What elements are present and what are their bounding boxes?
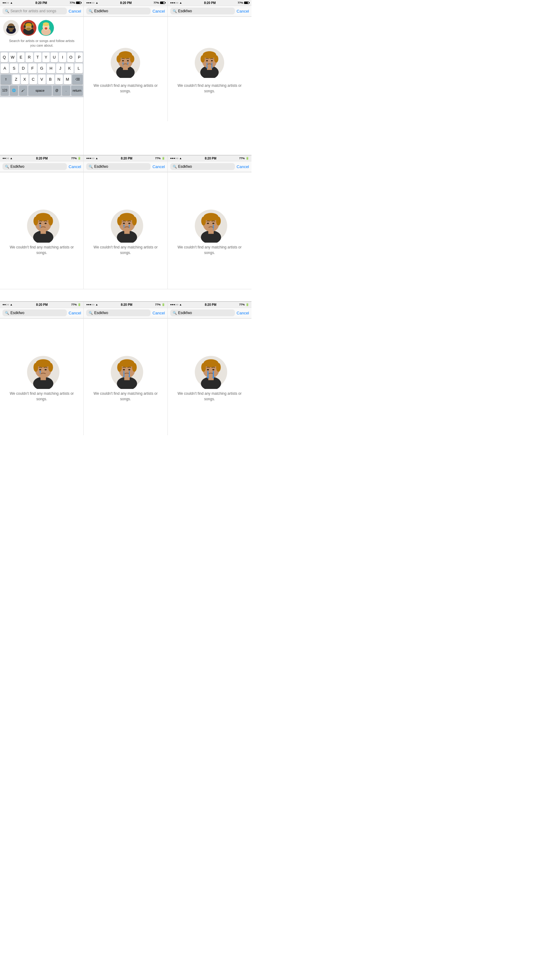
svg-point-42: [200, 55, 205, 62]
kb-key-f[interactable]: F: [28, 64, 37, 73]
time-display3: 8:20 PM: [204, 1, 216, 5]
search-bar-filled-3[interactable]: 🔍 Esdkfwo Cancel: [168, 6, 251, 17]
kb-key-y[interactable]: Y: [42, 52, 50, 62]
kb-key-space[interactable]: space: [28, 86, 52, 95]
svg-point-71: [124, 227, 124, 228]
svg-point-68: [123, 223, 125, 224]
content-row3: We couldn't find any matching artists or…: [0, 318, 251, 435]
cancel-button-3[interactable]: Cancel: [237, 9, 249, 13]
cancel-button-9[interactable]: Cancel: [237, 311, 249, 315]
kb-key-mic[interactable]: 🎤: [19, 86, 27, 95]
search-query-5: Esdkfwo: [94, 164, 108, 169]
wifi-icon: ▲: [10, 1, 13, 4]
kb-key-123[interactable]: 123: [1, 86, 9, 95]
kb-key-j[interactable]: J: [56, 64, 64, 73]
kb-key-b[interactable]: B: [47, 75, 54, 84]
svg-point-93: [39, 369, 41, 370]
phone-col-9: 🔍 Esdkfwo Cancel: [168, 308, 251, 318]
error-avatar-9: [194, 355, 225, 386]
battery-pct: 77%: [70, 1, 75, 4]
error-text-6: We couldn't find any matching artists or…: [174, 245, 245, 256]
status-bar-col3: ●●●○○ ▲ 8:20 PM 77%: [168, 0, 251, 6]
search-bar-5[interactable]: 🔍 Esdkfwo Cancel: [84, 161, 167, 172]
kb-key-backspace[interactable]: ⌫: [72, 75, 83, 84]
search-bar-filled-2[interactable]: 🔍 Esdkfwo Cancel: [84, 6, 167, 17]
kb-key-k[interactable]: K: [65, 64, 73, 73]
kb-key-x[interactable]: X: [21, 75, 29, 84]
kb-key-z[interactable]: Z: [12, 75, 20, 84]
error-avatar-6: [194, 209, 225, 240]
kb-key-g[interactable]: G: [38, 64, 46, 73]
svg-point-22: [45, 28, 48, 29]
kb-key-s[interactable]: S: [10, 64, 18, 73]
kb-key-p[interactable]: P: [75, 52, 83, 62]
time-9: 8:20 PM: [205, 303, 216, 306]
svg-point-36: [127, 64, 129, 66]
search-bar-empty[interactable]: 🔍 Search for artists and songs Cancel: [0, 6, 83, 17]
search-bar-6[interactable]: 🔍 Esdkfwo Cancel: [168, 161, 251, 172]
phone-col-1: 🔍 Search for artists and songs Cancel: [0, 6, 84, 17]
search-bar-9[interactable]: 🔍 Esdkfwo Cancel: [168, 308, 251, 318]
kb-key-c[interactable]: C: [29, 75, 37, 84]
svg-rect-4: [7, 26, 10, 28]
kb-key-m[interactable]: M: [64, 75, 72, 84]
search-icon-5: 🔍: [89, 165, 93, 169]
cancel-button-2[interactable]: Cancel: [153, 9, 165, 13]
empty-state-col-3: We couldn't find any matching artists or…: [168, 17, 251, 121]
kb-key-shift[interactable]: ⇧: [1, 75, 11, 84]
search-bar-4[interactable]: 🔍 Esdkfwo Cancel: [0, 161, 83, 172]
svg-point-33: [122, 64, 124, 66]
wifi-icon3: ▲: [180, 1, 182, 4]
cancel-button-6[interactable]: Cancel: [237, 164, 249, 169]
svg-point-102: [118, 363, 122, 372]
svg-point-81: [207, 223, 209, 224]
status-bar-row-2: ●●○○ ▲ 8:20 PM 77% 🔋 ●●●○○ ▲ 8:20 PM 77%…: [0, 155, 251, 161]
svg-point-32: [122, 62, 124, 64]
kb-key-l[interactable]: L: [75, 64, 83, 73]
kb-key-return[interactable]: return: [71, 86, 83, 95]
kb-key-h[interactable]: H: [47, 64, 55, 73]
time-4: 8:20 PM: [36, 157, 48, 160]
cancel-button-1[interactable]: Cancel: [69, 9, 81, 13]
empty-state-5: We couldn't find any matching artists or…: [84, 172, 167, 289]
search-query-9: Esdkfwo: [178, 311, 192, 315]
kb-key-e[interactable]: E: [17, 52, 24, 62]
svg-point-29: [130, 55, 134, 62]
kb-key-i[interactable]: I: [59, 52, 66, 62]
kb-key-o[interactable]: O: [67, 52, 75, 62]
cancel-button-4[interactable]: Cancel: [69, 164, 81, 169]
search-bar-8[interactable]: 🔍 Esdkfwo Cancel: [84, 308, 167, 318]
cancel-button-7[interactable]: Cancel: [69, 311, 81, 315]
error-text-2: We couldn't find any matching artists or…: [90, 83, 161, 94]
search-bar-7[interactable]: 🔍 Esdkfwo Cancel: [0, 308, 83, 318]
kb-key-d[interactable]: D: [19, 64, 27, 73]
kb-key-v[interactable]: V: [38, 75, 46, 84]
svg-point-82: [213, 223, 215, 224]
kb-row-2: A S D F G H J K L: [1, 64, 83, 73]
search-input-wrap-3[interactable]: 🔍 Esdkfwo: [170, 8, 235, 14]
kb-key-q[interactable]: Q: [1, 52, 8, 62]
search-input-wrap[interactable]: 🔍 Search for artists and songs: [2, 8, 67, 14]
svg-point-49: [211, 67, 213, 69]
search-input-wrap-2[interactable]: 🔍 Esdkfwo: [86, 8, 151, 14]
empty-col-9: We couldn't find any matching artists or…: [168, 319, 251, 435]
kb-key-n[interactable]: N: [55, 75, 63, 84]
kb-key-at[interactable]: @: [53, 86, 61, 95]
svg-point-58: [45, 223, 47, 224]
svg-point-35: [127, 62, 129, 64]
search-query-6: Esdkfwo: [178, 164, 192, 169]
search-query-7: Esdkfwo: [10, 311, 24, 315]
kb-key-a[interactable]: A: [1, 64, 9, 73]
svg-point-41: [203, 51, 216, 59]
kb-key-u[interactable]: U: [51, 52, 58, 62]
artist-avatar-1: [3, 20, 19, 36]
kb-key-r[interactable]: R: [25, 52, 33, 62]
cancel-button-8[interactable]: Cancel: [153, 311, 165, 315]
kb-key-period[interactable]: .: [62, 86, 70, 95]
kb-key-globe[interactable]: 🌐: [10, 86, 18, 95]
svg-point-34: [122, 66, 123, 67]
svg-point-57: [39, 223, 41, 224]
kb-key-w[interactable]: W: [9, 52, 16, 62]
cancel-button-5[interactable]: Cancel: [153, 164, 165, 169]
kb-key-t[interactable]: T: [34, 52, 41, 62]
